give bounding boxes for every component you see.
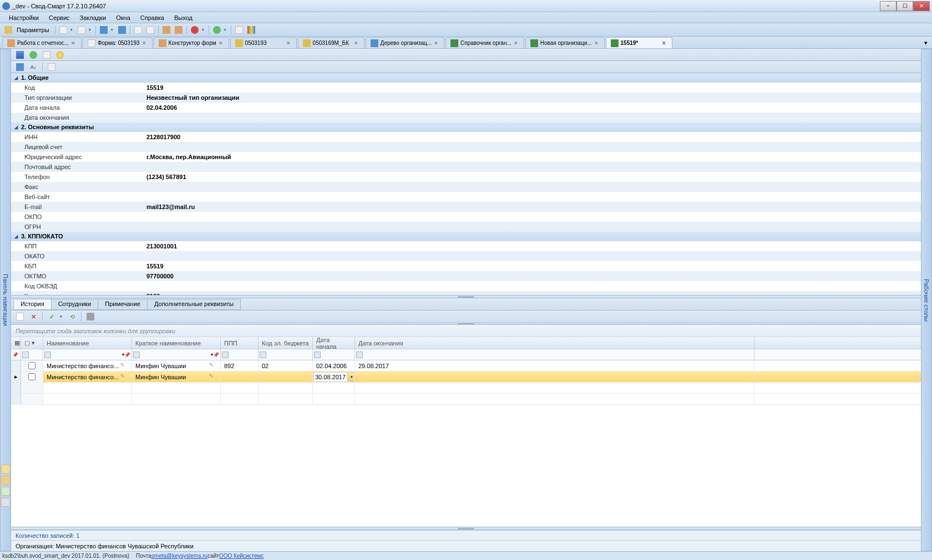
date-dropdown-icon[interactable]: ▾: [347, 373, 355, 381]
edit-icon[interactable]: ✎: [120, 362, 128, 370]
tab-close-icon[interactable]: ✕: [219, 40, 224, 46]
filter-budget[interactable]: [259, 349, 313, 360]
cell-ppp[interactable]: [221, 371, 259, 382]
prop-phone-value[interactable]: (1234) 567891: [144, 174, 921, 180]
edit-icon[interactable]: ✎: [120, 373, 128, 381]
page-button[interactable]: [46, 62, 57, 72]
col-budget[interactable]: Код эл. бюджета: [259, 337, 313, 349]
tool-btn-2[interactable]: [76, 25, 87, 35]
menu-help[interactable]: Справка: [136, 13, 169, 22]
prop-code-value[interactable]: 15519: [144, 84, 921, 91]
dropdown-arrow-icon[interactable]: ▾: [70, 28, 75, 32]
row-checkbox[interactable]: [21, 371, 43, 382]
cell-start[interactable]: ▾: [313, 371, 355, 382]
date-input[interactable]: ▾: [313, 372, 355, 382]
prop-email-value[interactable]: mail123@mail.ru: [144, 203, 921, 210]
maximize-button[interactable]: ☐: [896, 1, 913, 11]
site-link[interactable]: ООО Кейсистемс: [219, 553, 264, 559]
cell-short[interactable]: Минфин Чувашии✎: [132, 360, 221, 371]
print-button[interactable]: [85, 312, 96, 322]
filter-ppp[interactable]: [221, 349, 259, 360]
row-checkbox[interactable]: [21, 360, 43, 371]
menu-exit[interactable]: Выход: [170, 13, 197, 22]
menu-settings[interactable]: Настройки: [4, 13, 43, 22]
tab-close-icon[interactable]: ✕: [662, 40, 667, 46]
tab-close-icon[interactable]: ✕: [354, 40, 359, 46]
tool-btn-4[interactable]: [116, 25, 128, 35]
params-label[interactable]: Параметры: [13, 27, 53, 33]
dropdown-arrow-icon[interactable]: ▾: [224, 28, 229, 32]
tab-0503193[interactable]: 0503193✕: [230, 37, 297, 48]
cell-ppp[interactable]: 892: [221, 360, 259, 371]
col-start[interactable]: Дата начала: [313, 337, 355, 349]
tab-close-icon[interactable]: ✕: [514, 40, 519, 46]
menu-service[interactable]: Сервис: [44, 13, 74, 22]
dropdown-arrow-icon[interactable]: ▾: [89, 28, 93, 32]
tab-0503169m[interactable]: 0503169М_БК✕: [298, 37, 364, 48]
edit-icon[interactable]: ✎: [209, 373, 217, 381]
menu-windows[interactable]: Окна: [112, 13, 135, 22]
tab-form-constructor[interactable]: Конструктор форм✕: [154, 37, 229, 48]
filter-name[interactable]: ▾📌: [43, 349, 132, 360]
save-button[interactable]: [14, 50, 26, 60]
tab-close-icon[interactable]: ✕: [286, 40, 292, 46]
col-indicator[interactable]: ▦: [11, 337, 21, 349]
mail-link[interactable]: smeta@keysystems.ru: [151, 553, 207, 559]
desktops-panel-collapsed[interactable]: Рабочие столы: [921, 49, 932, 551]
col-name[interactable]: Наименование: [43, 337, 132, 349]
prop-inn-value[interactable]: 2128017900: [144, 134, 921, 140]
subtab-note[interactable]: Примечание: [98, 299, 148, 310]
tool-btn-7[interactable]: [161, 25, 172, 35]
prop-orgtype-value[interactable]: Неизвестный тип организации: [144, 94, 921, 101]
prop-start-value[interactable]: 02.04.2006: [144, 104, 921, 111]
tool-btn-9[interactable]: [211, 25, 222, 35]
tab-close-icon[interactable]: ✕: [594, 40, 600, 46]
tool-btn-8[interactable]: [173, 25, 184, 35]
group-kpp-okato[interactable]: ◢3. КПП/ОКАТО: [11, 232, 921, 241]
delete-button[interactable]: ✕: [28, 312, 39, 322]
subtab-history[interactable]: История: [13, 299, 52, 310]
prop-kbp-value[interactable]: 15519: [144, 263, 921, 269]
subtab-extra[interactable]: Дополнительные реквизиты: [147, 299, 241, 310]
tab-close-icon[interactable]: ✕: [434, 40, 439, 46]
collapse-icon[interactable]: ◢: [14, 125, 19, 129]
tab-org-tree[interactable]: Дерево организац...✕: [366, 37, 444, 48]
tool-btn-10[interactable]: [234, 25, 245, 35]
quick-icon-3[interactable]: [1, 487, 10, 496]
table-row[interactable]: ▸ Министерство финансо...✎ Минфин Чуваши…: [11, 371, 921, 383]
filter-short[interactable]: ▾📌: [132, 349, 221, 360]
col-ppp[interactable]: ППП: [221, 337, 259, 349]
tab-org-directory[interactable]: Справочник орган...✕: [445, 37, 524, 48]
new-button[interactable]: [14, 312, 26, 322]
table-row[interactable]: [11, 383, 921, 394]
prop-legaladdr-value[interactable]: г.Москва, пер.Авиационный: [144, 154, 921, 160]
collapse-icon[interactable]: ◢: [14, 75, 19, 80]
close-button[interactable]: ✕: [913, 1, 930, 11]
subtab-employees[interactable]: Сотрудники: [51, 299, 99, 310]
tool-btn-5[interactable]: [133, 25, 144, 35]
dropdown-arrow-icon[interactable]: ▾: [111, 28, 115, 32]
table-row[interactable]: [11, 394, 921, 405]
tab-reports[interactable]: Работа с отчетнос...✕: [2, 37, 82, 48]
categorized-button[interactable]: [14, 62, 26, 72]
cell-end[interactable]: 29.08.2017: [355, 360, 754, 371]
cell-budget[interactable]: [259, 371, 313, 382]
tool-btn-chart[interactable]: [246, 25, 257, 35]
menu-bookmarks[interactable]: Закладки: [75, 13, 111, 22]
dropdown-arrow-icon[interactable]: ▾: [202, 28, 206, 32]
tabs-overflow-button[interactable]: ▾: [922, 37, 930, 48]
dropdown-arrow-icon[interactable]: ▾: [60, 314, 64, 319]
group-by-panel[interactable]: Перетащите сюда заголовок колонки для гр…: [11, 325, 921, 337]
quick-icon-4[interactable]: [1, 498, 10, 507]
cell-name[interactable]: Министерство финансо...✎: [43, 360, 132, 371]
col-short[interactable]: Краткое наименование: [132, 337, 221, 349]
tab-close-icon[interactable]: ✕: [142, 40, 148, 46]
tool-btn-6[interactable]: [145, 25, 156, 35]
cell-name[interactable]: Министерство финансо...✎: [43, 371, 132, 382]
date-field[interactable]: [314, 374, 347, 380]
prop-oktmo-value[interactable]: 97700000: [144, 273, 921, 279]
refresh-button[interactable]: [28, 50, 39, 60]
prop-kpp-value[interactable]: 213001001: [144, 243, 921, 250]
edit-icon[interactable]: ✎: [209, 362, 217, 370]
group-requisites[interactable]: ◢2. Основные реквизиты: [11, 123, 921, 132]
